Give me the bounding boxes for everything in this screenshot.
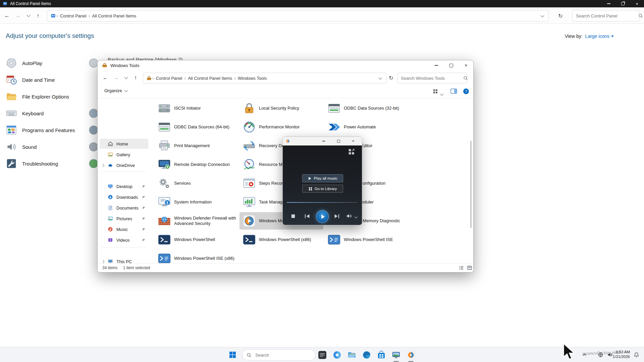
- sidebar-item-home[interactable]: Home: [100, 139, 148, 149]
- breadcrumb-item[interactable]: Control Panel: [155, 76, 184, 81]
- file-item-windows-powershell[interactable]: Windows PowerShell: [155, 231, 238, 248]
- maximize-button[interactable]: [444, 60, 459, 70]
- file-item-odbc-data-sources-64-bit[interactable]: ODBC Data Sources (64-bit): [155, 118, 238, 136]
- file-item-services[interactable]: Services: [155, 175, 238, 192]
- breadcrumb-item[interactable]: All Control Panel Items: [186, 76, 233, 81]
- back-button[interactable]: ←: [3, 11, 11, 20]
- cp-item-file-explorer-options[interactable]: File Explorer Options: [6, 90, 69, 103]
- file-item-remote-desktop-connection[interactable]: Remote Desktop Connection: [155, 156, 238, 173]
- sidebar-item-onedrive[interactable]: OneDrive: [100, 160, 148, 170]
- close-button[interactable]: ×: [630, 0, 644, 7]
- view-by-value[interactable]: Large icons: [585, 34, 609, 39]
- cp-item-sound[interactable]: Sound: [6, 141, 37, 153]
- sidebar-item-desktop[interactable]: Desktop: [100, 181, 148, 191]
- recent-locations-chevron-icon[interactable]: [122, 73, 130, 82]
- minimize-button[interactable]: [318, 137, 329, 145]
- switch-to-library-icon[interactable]: [348, 148, 355, 156]
- view-options-chevron-icon[interactable]: [440, 90, 443, 97]
- file-item-local-security-policy[interactable]: Local Security Policy: [239, 100, 323, 117]
- next-button[interactable]: [334, 214, 340, 219]
- file-item-performance-monitor[interactable]: Performance Monitor: [239, 118, 323, 136]
- control-panel-item-list: AutoPlayDate and TimeFile Explorer Optio…: [6, 57, 93, 184]
- tools-search-input[interactable]: [397, 76, 463, 81]
- sidebar-item-documents[interactable]: Documents: [100, 203, 148, 213]
- refresh-icon[interactable]: ↻: [387, 73, 395, 82]
- taskbar-search-input[interactable]: [255, 352, 306, 358]
- cp-item-troubleshooting[interactable]: Troubleshooting: [6, 158, 58, 170]
- breadcrumb-item[interactable]: All Control Panel Items: [91, 13, 138, 18]
- taskbar-search[interactable]: [242, 349, 315, 361]
- scrollbar[interactable]: [470, 141, 472, 228]
- volume-chevron-icon[interactable]: [355, 216, 357, 218]
- taskbar-app-notepad[interactable]: [316, 349, 329, 361]
- file-item-iscsi-initiator[interactable]: iSCSI Initiator: [155, 100, 238, 117]
- close-button[interactable]: ×: [347, 137, 359, 145]
- control-panel-icon: [3, 1, 7, 6]
- main-window-titlebar: All Control Panel Items ×: [0, 0, 644, 7]
- previous-button[interactable]: [304, 214, 310, 219]
- refresh-icon[interactable]: ↻: [556, 11, 565, 20]
- back-button[interactable]: ←: [101, 73, 110, 82]
- file-item-system-information[interactable]: System Information: [155, 193, 238, 211]
- wmp-titlebar: ×: [283, 137, 362, 145]
- restore-button[interactable]: [616, 0, 630, 7]
- large-icons-view-icon[interactable]: [467, 265, 472, 270]
- preview-pane-icon[interactable]: [450, 88, 457, 94]
- forward-button[interactable]: →: [112, 73, 120, 82]
- sidebar-item-pictures[interactable]: Pictures: [100, 214, 148, 224]
- sidebar-item-downloads[interactable]: Downloads: [100, 192, 148, 202]
- taskbar-app-media-player[interactable]: [404, 349, 418, 361]
- file-item-odbc-data-sources-32-bit[interactable]: ODBC Data Sources (32-bit): [324, 100, 408, 117]
- cp-item-programs-and-features[interactable]: Programs and Features: [6, 124, 75, 136]
- minimize-button[interactable]: [602, 0, 616, 7]
- mute-button[interactable]: [346, 214, 353, 219]
- minimize-button[interactable]: [429, 60, 444, 70]
- main-search-input[interactable]: [573, 13, 638, 18]
- address-bar[interactable]: ›Control Panel›All Control Panel Items›W…: [143, 73, 387, 83]
- cp-item-date-and-time[interactable]: Date and Time: [6, 74, 55, 86]
- breadcrumb-item[interactable]: Control Panel: [59, 13, 88, 18]
- details-view-icon[interactable]: [459, 265, 464, 270]
- organize-button[interactable]: Organize: [104, 88, 127, 93]
- breadcrumb-separator: ›: [233, 75, 236, 81]
- go-to-library-button[interactable]: Go to Library: [302, 185, 343, 193]
- start-button[interactable]: [225, 348, 240, 362]
- up-button[interactable]: ↑: [34, 11, 42, 20]
- view-by-control[interactable]: View by: Large icons: [565, 34, 614, 39]
- file-item-windows-powershell-ise-x86[interactable]: Windows PowerShell ISE (x86): [155, 250, 238, 263]
- address-bar[interactable]: ›Control Panel›All Control Panel Items: [47, 10, 549, 21]
- main-search-box[interactable]: [572, 10, 639, 21]
- file-item-windows-powershell-x86[interactable]: Windows PowerShell (x86): [239, 231, 323, 248]
- play-all-music-button[interactable]: Play all music: [302, 174, 343, 182]
- seek-bar[interactable]: [287, 202, 358, 203]
- sidebar-item-gallery[interactable]: Gallery: [100, 149, 148, 160]
- close-button[interactable]: ×: [459, 60, 473, 70]
- file-item-windows-defender-firewall-with-advanced-security[interactable]: Windows Defender Firewall with Advanced …: [155, 212, 238, 230]
- recent-locations-chevron-icon[interactable]: [24, 11, 33, 20]
- taskbar-app-copilot[interactable]: [330, 349, 344, 361]
- forward-button[interactable]: →: [13, 11, 22, 20]
- taskbar-app-control-panel[interactable]: [389, 349, 403, 361]
- address-dropdown-icon[interactable]: [541, 15, 544, 17]
- sidebar-item-music[interactable]: Music: [100, 224, 148, 234]
- file-item-print-management[interactable]: Print Management: [155, 137, 238, 155]
- view-options-icon[interactable]: [432, 88, 438, 94]
- file-item-power-automate[interactable]: Power Automate: [324, 118, 408, 136]
- cp-item-keyboard[interactable]: Keyboard: [6, 107, 44, 119]
- play-button[interactable]: [316, 210, 329, 223]
- cp-item-autoplay[interactable]: AutoPlay: [6, 57, 42, 69]
- up-button[interactable]: ↑: [131, 73, 140, 82]
- maximize-button[interactable]: [333, 137, 344, 145]
- sidebar-item-videos[interactable]: Videos: [100, 235, 148, 245]
- taskbar-app-file-explorer[interactable]: [345, 349, 359, 361]
- address-dropdown-icon[interactable]: [379, 77, 382, 79]
- file-item-windows-powershell-ise[interactable]: Windows PowerShell ISE: [324, 231, 408, 248]
- windows-logo-icon: [229, 351, 236, 358]
- help-icon[interactable]: ?: [463, 88, 469, 94]
- breadcrumb-item[interactable]: Windows Tools: [236, 76, 268, 81]
- breadcrumb-separator: ›: [56, 13, 59, 18]
- stop-button[interactable]: [291, 214, 296, 219]
- tools-search-box[interactable]: [397, 73, 467, 83]
- taskbar-app-edge[interactable]: [360, 349, 373, 361]
- taskbar-app-store[interactable]: [375, 349, 388, 361]
